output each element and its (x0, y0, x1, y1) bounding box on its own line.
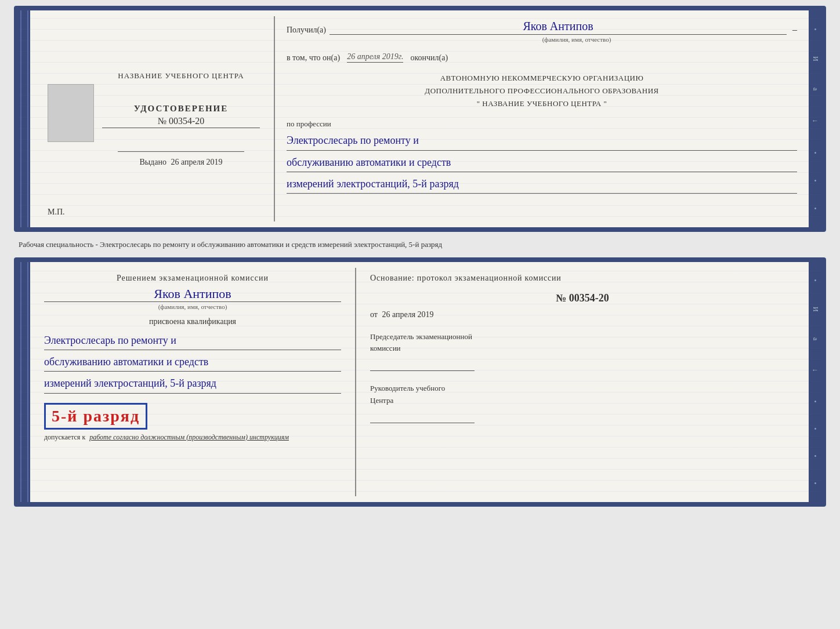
vydano-prefix: Выдано (139, 158, 166, 166)
qual-line2: обслуживанию автоматики и средств (44, 352, 341, 372)
org-line2: ДОПОЛНИТЕЛЬНОГО ПРОФЕССИОНАЛЬНОГО ОБРАЗО… (287, 85, 797, 97)
bottom-left-panel: Решением экзаменационной комиссии Яков А… (30, 262, 355, 502)
prisvoyena-text: присвоена квалификация (44, 317, 341, 326)
profession-line1: Электрослесарь по ремонту и (287, 131, 797, 150)
predsedatel-signature-line (370, 359, 475, 371)
osnovaniye-text: Основание: протокол экзаменационной коми… (370, 274, 795, 283)
poluchil-line: Получил(а) Яков Антипов – (287, 20, 797, 35)
qual-line1: Электрослесарь по ремонту и (44, 331, 341, 350)
ot-line: от 26 апреля 2019 (370, 310, 795, 319)
vydano-date: 26 апреля 2019 (171, 158, 222, 166)
bottom-document: Решением экзаменационной комиссии Яков А… (14, 257, 826, 507)
strip-dot-3 (814, 180, 816, 181)
ot-prefix: от (370, 310, 378, 319)
strip-dot-2 (814, 152, 816, 154)
rukovoditel-line2: Центра (370, 395, 795, 407)
bottom-right-border: И а ← (809, 262, 821, 502)
top-right-panel: Получил(а) Яков Антипов – (фамилия, имя,… (275, 10, 809, 227)
right-border-strip: И а ← (809, 10, 821, 227)
dopuskaetsya-prefix: допускается к (44, 433, 85, 441)
b-strip-char-a: а (811, 337, 820, 340)
org-line1: АВТОНОМНУЮ НЕКОММЕРЧЕСКУЮ ОРГАНИЗАЦИЮ (287, 72, 797, 85)
poluchil-label: Получил(а) (287, 26, 326, 35)
resheniye-text: Решением экзаменационной комиссии (44, 274, 341, 283)
vtom-text: в том, что он(а) (287, 53, 340, 63)
po-professii-label: по профессии (287, 119, 797, 129)
recipient-name: Яков Антипов (330, 20, 787, 35)
profession-line2: обслуживанию автоматики и средств (287, 153, 797, 172)
vydano-line: Выдано 26 апреля 2019 (102, 158, 260, 167)
profession-line3: измерений электростанций, 5-й разряд (287, 174, 797, 194)
b-strip-dot-5 (814, 482, 816, 484)
strip-char-arrow: ← (812, 117, 819, 125)
strip-dot-1 (814, 28, 816, 30)
ot-date: 26 апреля 2019 (382, 310, 433, 319)
okonchil-text: окончил(а) (410, 53, 448, 63)
strip-char-a: а (811, 88, 820, 90)
bottom-name: Яков Антипов (44, 286, 341, 302)
separator-text: Рабочая специальность - Электрослесарь п… (14, 237, 826, 253)
razryad-badge-container: 5-й разряд (44, 399, 341, 430)
razryad-text: 5-й разряд (52, 407, 140, 425)
qual-line3: измерений электростанций, 5-й разряд (44, 374, 341, 393)
predsedatel-line1: Председатель экзаменационной (370, 331, 795, 343)
bottom-right-panel: Основание: протокол экзаменационной коми… (356, 262, 809, 502)
b-strip-char-i: И (811, 307, 820, 312)
bottom-left-border (19, 262, 30, 502)
mp-label: М.П. (48, 208, 65, 217)
predsedatel-block: Председатель экзаменационной комиссии (370, 331, 795, 372)
vtom-date: 26 апреля 2019г. (347, 52, 403, 63)
photo-placeholder (48, 84, 94, 142)
fio-label-top: (фамилия, имя, отчество) (356, 36, 797, 43)
b-strip-dot-1 (814, 279, 816, 281)
dopuskaetsya-italic: работе согласно должностным (производств… (89, 433, 289, 441)
vtom-line: в том, что он(а) 26 апреля 2019г. окончи… (287, 52, 797, 63)
school-name-label: НАЗВАНИЕ УЧЕБНОГО ЦЕНТРА (102, 71, 260, 81)
left-border-strip (19, 10, 30, 227)
org-block: АВТОНОМНУЮ НЕКОММЕРЧЕСКУЮ ОРГАНИЗАЦИЮ ДО… (287, 72, 797, 110)
b-strip-dot-4 (814, 455, 816, 457)
b-strip-char-arrow: ← (812, 366, 819, 375)
rukovoditel-signature-line (370, 412, 475, 423)
rukovoditel-block: Руководитель учебного Центра (370, 383, 795, 423)
b-strip-dot-3 (814, 428, 816, 430)
top-document: НАЗВАНИЕ УЧЕБНОГО ЦЕНТРА УДОСТОВЕРЕНИЕ №… (14, 6, 826, 232)
top-left-panel: НАЗВАНИЕ УЧЕБНОГО ЦЕНТРА УДОСТОВЕРЕНИЕ №… (30, 10, 274, 227)
dopuskaetsya-text: допускается к работе согласно должностны… (44, 433, 341, 442)
strip-char-i: И (811, 56, 820, 61)
razryad-badge: 5-й разряд (44, 403, 147, 430)
strip-dot-4 (814, 208, 816, 209)
udostoverenie-label: УДОСТОВЕРЕНИЕ (102, 104, 260, 114)
rukovoditel-line1: Руководитель учебного (370, 383, 795, 395)
org-line3: " НАЗВАНИЕ УЧЕБНОГО ЦЕНТРА " (287, 97, 797, 110)
dash: – (792, 24, 797, 35)
predsedatel-line2: комиссии (370, 343, 795, 355)
b-strip-dot-2 (814, 401, 816, 402)
osnovaniye-block: Основание: протокол экзаменационной коми… (370, 274, 795, 283)
fio-label-bottom: (фамилия, имя, отчество) (44, 303, 341, 310)
doc-number-top: № 00354-20 (102, 116, 260, 128)
protocol-number: № 00354-20 (370, 292, 795, 304)
